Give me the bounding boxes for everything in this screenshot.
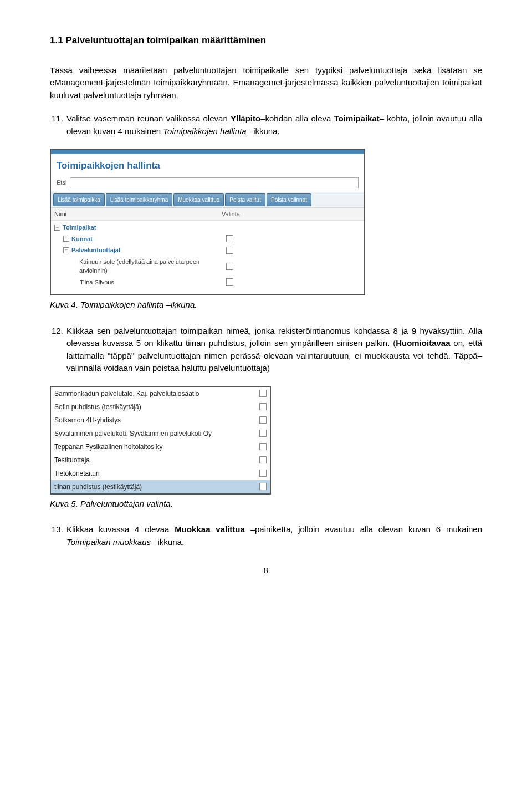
step-12: Klikkaa sen palveluntuottajan toimipaika… <box>65 325 482 375</box>
screenshot-toimipaikkojen-hallinta: Toimipaikkojen hallinta Etsi Lisää toimi… <box>50 149 365 295</box>
step-list-13: Klikkaa kuvassa 4 olevaa Muokkaa valittu… <box>50 523 482 548</box>
provider-name: Sotkamon 4H-yhdistys <box>54 415 256 425</box>
step-list-11: Valitse vasemman reunan valikossa olevan… <box>50 113 482 137</box>
list-item[interactable]: Sammonkadun palvelutalo, Kaj. palvelutal… <box>51 387 270 400</box>
checkbox[interactable] <box>259 430 267 437</box>
checkbox[interactable] <box>259 390 267 397</box>
provider-name: Tietokonetaituri <box>54 468 256 478</box>
step-11: Valitse vasemman reunan valikossa olevan… <box>65 113 482 137</box>
tree-label[interactable]: Kainuun sote (edellyttää aina palvelutar… <box>79 257 226 276</box>
panel-title: Toimipaikkojen hallinta <box>51 154 364 176</box>
tree-label[interactable]: Tiina Siivous <box>80 278 114 287</box>
toolbar: Lisää toimipaikka Lisää toimipaikkaryhmä… <box>51 192 364 208</box>
list-item[interactable]: Sofin puhdistus (testikäyttäjä) <box>51 400 270 414</box>
list-item[interactable]: Testituottaja <box>51 453 270 467</box>
search-row: Etsi <box>51 176 364 192</box>
list-item[interactable]: Tietokonetaituri <box>51 467 270 480</box>
t: –painiketta, jolloin avautuu alla olevan… <box>245 524 482 534</box>
delete-selected-button[interactable]: Poista valitut <box>225 193 265 206</box>
top-stripe <box>51 150 364 154</box>
checkbox[interactable] <box>259 443 267 450</box>
list-item[interactable]: Sotkamon 4H-yhdistys <box>51 414 270 427</box>
add-location-button[interactable]: Lisää toimipaikka <box>53 193 105 206</box>
section-heading: 1.1 Palveluntuottajan toimipaikan määrit… <box>50 33 482 48</box>
intro-paragraph: Tässä vaiheessa määritetään palveluntuot… <box>50 64 482 102</box>
provider-name: tiinan puhdistus (testikäyttäjä) <box>54 482 256 492</box>
checkbox[interactable] <box>259 456 267 463</box>
add-location-group-button[interactable]: Lisää toimipaikkaryhmä <box>106 193 173 206</box>
screenshot-provider-list: Sammonkadun palvelutalo, Kaj. palvelutal… <box>50 386 271 495</box>
step-list-12: Klikkaa sen palveluntuottajan toimipaika… <box>50 325 482 375</box>
tree-row[interactable]: Tiina Siivous <box>51 277 364 288</box>
t: Kuva 5. <box>50 499 80 508</box>
search-label: Etsi <box>57 178 66 187</box>
provider-name: Sammonkadun palvelutalo, Kaj. palvelutal… <box>54 389 256 399</box>
t: Toimipaikkojen hallinta –ikkuna. <box>80 300 197 309</box>
t: –kohdan alla oleva <box>260 114 334 123</box>
checkbox[interactable] <box>226 235 233 242</box>
t: –ikkuna. <box>151 537 184 547</box>
search-input[interactable] <box>70 177 359 188</box>
checkbox[interactable] <box>226 278 233 286</box>
t: Ylläpito <box>231 114 260 123</box>
checkbox[interactable] <box>226 263 233 270</box>
expand-icon[interactable]: + <box>63 236 69 242</box>
t: Valitse vasemman reunan valikossa olevan <box>66 114 231 123</box>
checkbox[interactable] <box>259 403 267 410</box>
provider-name: Teppanan Fysikaalinen hoitolaitos ky <box>54 442 256 452</box>
col-name: Nimi <box>51 208 218 221</box>
t: Klikkaa kuvassa 4 olevaa <box>66 524 175 534</box>
checkbox[interactable] <box>259 470 267 477</box>
provider-name: Testituottaja <box>54 455 256 465</box>
t: Huomioitavaa <box>396 338 450 348</box>
t: Toimipaikkojen hallinta <box>163 126 246 136</box>
page-number: 8 <box>50 565 482 577</box>
provider-name: Syvälammen palvelukoti, Syvälammen palve… <box>54 429 256 439</box>
t: Muokkaa valittua <box>175 524 245 534</box>
tree-label[interactable]: Palveluntuottajat <box>71 246 121 255</box>
list-item[interactable]: Syvälammen palvelukoti, Syvälammen palve… <box>51 427 270 440</box>
edit-selected-button[interactable]: Muokkaa valittua <box>173 193 224 206</box>
tree: −Toimipaikat+Kunnat+PalveluntuottajatKai… <box>51 221 364 294</box>
tree-label[interactable]: Kunnat <box>71 235 93 244</box>
collapse-icon[interactable]: − <box>54 225 60 231</box>
tree-row[interactable]: +Palveluntuottajat <box>51 244 364 256</box>
tree-row[interactable]: −Toimipaikat <box>51 222 364 233</box>
expand-icon[interactable]: + <box>63 247 69 253</box>
table-header: Nimi Valinta <box>51 208 364 221</box>
t: –ikkuna. <box>247 126 280 136</box>
tree-label[interactable]: Toimipaikat <box>63 223 96 232</box>
checkbox[interactable] <box>259 483 267 490</box>
list-item[interactable]: Teppanan Fysikaalinen hoitolaitos ky <box>51 440 270 453</box>
t: Toimipaikan muokkaus <box>66 537 151 547</box>
checkbox[interactable] <box>259 416 267 424</box>
checkbox[interactable] <box>226 247 233 254</box>
step-13: Klikkaa kuvassa 4 olevaa Muokkaa valittu… <box>65 523 482 548</box>
tree-row[interactable]: Kainuun sote (edellyttää aina palvelutar… <box>51 256 364 277</box>
caption-4: Kuva 4. Toimipaikkojen hallinta –ikkuna. <box>50 299 482 312</box>
t: Kuva 4. <box>50 300 80 309</box>
tree-row[interactable]: +Kunnat <box>51 233 364 245</box>
list-item[interactable]: tiinan puhdistus (testikäyttäjä) <box>51 480 270 493</box>
clear-selection-button[interactable]: Poista valinnat <box>267 193 311 206</box>
col-selection: Valinta <box>218 208 364 221</box>
t: Toimipaikat <box>334 114 380 123</box>
t: Palveluntuottajan valinta. <box>80 499 173 508</box>
caption-5: Kuva 5. Palveluntuottajan valinta. <box>50 498 482 511</box>
provider-name: Sofin puhdistus (testikäyttäjä) <box>54 402 256 412</box>
